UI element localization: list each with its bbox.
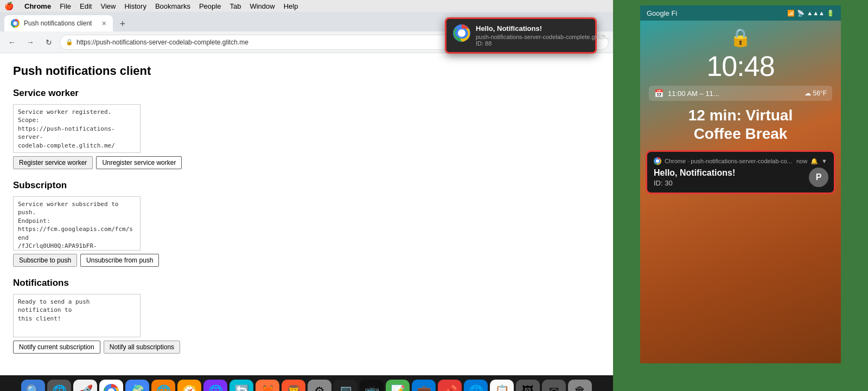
- dock-settings[interactable]: ⚙: [308, 380, 331, 391]
- chrome-favicon-icon: [11, 19, 20, 28]
- dock-chrome2[interactable]: 🌍: [125, 380, 149, 391]
- subscription-section: Subscripton Subscribe to push Unsubscrib…: [13, 180, 600, 267]
- dock-siri[interactable]: 🌐: [47, 380, 71, 391]
- service-worker-buttons: Register service worker Unregister servi…: [13, 156, 600, 169]
- new-tab-button[interactable]: +: [115, 16, 130, 31]
- weather-text: ☁ 56°F: [805, 89, 827, 97]
- close-tab-button[interactable]: ×: [102, 19, 106, 28]
- notify-all-button[interactable]: Notify all subscriptions: [104, 341, 180, 354]
- android-notif-source: Chrome · push-notifications-server-codel…: [665, 158, 793, 164]
- browser-tab[interactable]: Push notifications client ×: [4, 15, 113, 31]
- apple-menu[interactable]: 🍎: [4, 2, 14, 10]
- dock-vscode[interactable]: 💼: [412, 380, 436, 391]
- android-notif-bell-icon: 🔔: [810, 158, 818, 165]
- signal-icon: ▲▲▲: [807, 10, 825, 16]
- notification-chrome-icon: [453, 24, 470, 42]
- phone-section: Google Fi 📶 📡 ▲▲▲ 🔋 🔒 10:48 📅 11:00 AM –…: [613, 0, 868, 391]
- notifications-textarea[interactable]: [13, 294, 141, 337]
- page-title: Push notifications client: [13, 64, 600, 78]
- android-notif-title: Hello, Notifications!: [654, 168, 827, 178]
- dock-media[interactable]: 📺: [360, 380, 384, 391]
- forward-button[interactable]: →: [23, 35, 38, 50]
- subscribe-push-button[interactable]: Subscribe to push: [13, 254, 77, 267]
- dock-trash[interactable]: 🗑: [568, 380, 592, 391]
- page-content: Push notifications client Service worker…: [0, 53, 613, 375]
- url-text: https://push-notifications-server-codela…: [76, 39, 248, 46]
- unregister-service-worker-button[interactable]: Unregister service worker: [96, 156, 182, 169]
- bookmarks-menu[interactable]: Bookmarks: [155, 2, 190, 10]
- android-notif-time: now: [796, 158, 807, 164]
- dock-green-sq[interactable]: 📝: [386, 380, 410, 391]
- unsubscribe-push-button[interactable]: Unsubscribe from push: [80, 254, 159, 267]
- service-worker-heading: Service worker: [13, 88, 600, 99]
- edit-menu[interactable]: Edit: [80, 2, 92, 10]
- phone-event: 📅 11:00 AM – 11... ☁ 56°F: [649, 86, 832, 101]
- dock-chrome[interactable]: [99, 380, 123, 391]
- calendar-icon: 📅: [654, 89, 663, 98]
- notify-current-button[interactable]: Notify current subscription: [13, 341, 100, 354]
- android-notif-avatar: P: [809, 168, 828, 187]
- dock-notes[interactable]: 📋: [490, 380, 514, 391]
- dock-edge[interactable]: 🌐: [464, 380, 488, 391]
- desktop-notification: Hello, Notifications! push-notifications…: [445, 17, 597, 54]
- lock-icon: 🔒: [730, 27, 751, 48]
- wifi-icon: 📡: [797, 10, 805, 17]
- dock-brave[interactable]: 🦁: [282, 380, 305, 391]
- notification-title: Hello, Notifications!: [476, 24, 610, 33]
- subscription-heading: Subscripton: [13, 180, 600, 191]
- meeting-line1: 12 min: Virtual: [651, 106, 830, 125]
- dock-terminal[interactable]: 💻: [334, 380, 358, 391]
- people-menu[interactable]: People: [199, 2, 221, 10]
- chrome-menu[interactable]: Chrome: [24, 2, 51, 10]
- android-notif-chevron-icon: ▼: [821, 158, 827, 164]
- carrier-name: Google Fi: [647, 9, 677, 17]
- dock-photos[interactable]: 🖼: [516, 380, 540, 391]
- dock-orange[interactable]: 🌐: [151, 380, 175, 391]
- dock-launchpad[interactable]: 🚀: [73, 380, 97, 391]
- meeting-line2: Coffee Break: [651, 125, 830, 143]
- service-worker-section: Service worker Register service worker U…: [13, 88, 600, 169]
- svg-point-3: [458, 29, 465, 37]
- window-menu[interactable]: Window: [250, 2, 275, 10]
- dock: 🔍 🌐 🚀 🌍 🌐 🧭 🌐 🔄 🦊 🦁 ⚙ 💻 📺 📝 💼 📌 🌐 📋 🖼: [0, 375, 613, 391]
- menu-bar: 🍎 Chrome File Edit View History Bookmark…: [0, 0, 613, 12]
- status-icons: 📶 📡 ▲▲▲ 🔋: [787, 10, 834, 17]
- reload-button[interactable]: ↻: [41, 35, 56, 50]
- android-notification: Chrome · push-notifications-server-codel…: [646, 150, 835, 194]
- svg-point-7: [656, 159, 659, 163]
- notifications-section: Notifications Notify current subscriptio…: [13, 278, 600, 354]
- notification-id: ID: 88: [476, 40, 610, 47]
- phone-status-bar: Google Fi 📶 📡 ▲▲▲ 🔋: [640, 5, 841, 21]
- lock-area: 🔒: [640, 21, 841, 48]
- dock-finder[interactable]: 🔍: [21, 380, 45, 391]
- phone-screen: Google Fi 📶 📡 ▲▲▲ 🔋 🔒 10:48 📅 11:00 AM –…: [640, 5, 841, 363]
- service-worker-textarea[interactable]: [13, 104, 141, 153]
- tab-title: Push notifications client: [24, 20, 98, 27]
- dock-firefox[interactable]: 🦊: [256, 380, 279, 391]
- dock-mail[interactable]: ✉: [542, 380, 566, 391]
- event-time-text: 11:00 AM – 11...: [668, 89, 719, 98]
- android-notif-id: ID: 30: [654, 179, 827, 187]
- subscription-textarea[interactable]: [13, 196, 141, 251]
- phone-meeting-title: 12 min: Virtual Coffee Break: [640, 104, 841, 145]
- dock-red[interactable]: 📌: [438, 380, 462, 391]
- notification-content: Hello, Notifications! push-notifications…: [476, 24, 610, 47]
- view-menu[interactable]: View: [100, 2, 116, 10]
- android-chrome-icon: [654, 157, 661, 165]
- android-notif-header: Chrome · push-notifications-server-codel…: [654, 157, 827, 165]
- browser-section: 🍎 Chrome File Edit View History Bookmark…: [0, 0, 613, 391]
- sim-icon: 📶: [787, 10, 795, 17]
- history-menu[interactable]: History: [124, 2, 146, 10]
- dock-purple[interactable]: 🌐: [203, 380, 227, 391]
- tab-menu[interactable]: Tab: [229, 2, 241, 10]
- dock-blue-arrow[interactable]: 🔄: [229, 380, 253, 391]
- file-menu[interactable]: File: [60, 2, 71, 10]
- notifications-heading: Notifications: [13, 278, 600, 289]
- register-service-worker-button[interactable]: Register service worker: [13, 156, 93, 169]
- subscription-buttons: Subscribe to push Unsubscribe from push: [13, 254, 600, 267]
- back-button[interactable]: ←: [4, 35, 20, 50]
- help-menu[interactable]: Help: [284, 2, 298, 10]
- svg-point-1: [14, 22, 17, 25]
- battery-icon: 🔋: [827, 10, 834, 17]
- dock-compass[interactable]: 🧭: [177, 380, 201, 391]
